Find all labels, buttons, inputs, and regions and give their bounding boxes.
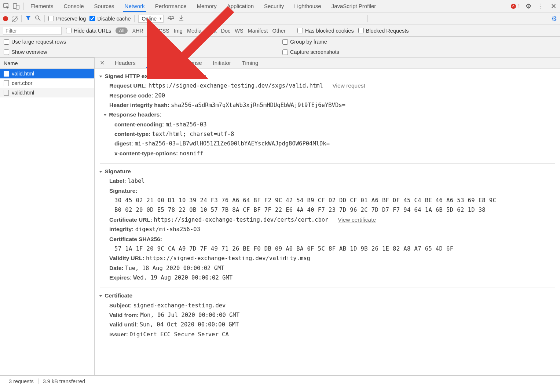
tab-network[interactable]: Network (123, 1, 146, 12)
filter-toggle-icon[interactable] (25, 15, 31, 22)
capture-screenshots-input[interactable] (282, 49, 288, 55)
filter-type-doc[interactable]: Doc (221, 28, 230, 34)
filter-type-other[interactable]: Other (272, 28, 285, 34)
view-certificate-link[interactable]: View certificate (338, 217, 376, 223)
hide-data-urls-input[interactable] (66, 28, 72, 33)
use-large-rows-input[interactable] (4, 39, 9, 45)
filter-type-xhr[interactable]: XHR (132, 28, 143, 34)
cert-validuntil-k: Valid until: (109, 321, 138, 328)
requests-header-name[interactable]: Name (0, 58, 94, 69)
learn-more-link[interactable]: Learn more (177, 73, 206, 79)
filter-type-all[interactable]: All (116, 27, 128, 34)
cert-subject-k: Subject: (109, 302, 132, 308)
import-har-icon[interactable] (178, 15, 184, 22)
sig-validity-v: https://signed-exchange-testing.dev/vali… (146, 255, 310, 262)
search-icon[interactable] (35, 15, 41, 22)
tab-elements[interactable]: Elements (29, 1, 55, 12)
blocked-requests-input[interactable] (358, 28, 364, 33)
status-requests: 3 requests (4, 378, 38, 384)
close-detail-icon[interactable]: ✕ (100, 59, 105, 66)
main-tabs: Elements Console Sources Network Perform… (29, 1, 510, 12)
filter-type-js[interactable]: JS (148, 28, 154, 34)
section-signature-header[interactable]: Signature (100, 167, 555, 176)
more-menu-icon[interactable]: ⋮ (537, 2, 545, 11)
tab-memory[interactable]: Memory (195, 1, 218, 12)
network-toolbar: Preserve log Disable cache Online ⚙ (0, 12, 560, 25)
device-toolbar-icon[interactable] (12, 2, 21, 11)
devtools-tabbar: Elements Console Sources Network Perform… (0, 0, 560, 12)
filter-type-manifest[interactable]: Manifest (248, 28, 268, 34)
request-row[interactable]: cert.cbor (0, 78, 94, 88)
preserve-log-checkbox[interactable]: Preserve log (48, 16, 86, 22)
detail-tab-preview[interactable]: Preview (146, 58, 167, 68)
filter-type-css[interactable]: CSS (158, 28, 169, 34)
detail-tabs: ✕ Headers Preview Response Initiator Tim… (95, 58, 560, 69)
capture-screenshots-label: Capture screenshots (290, 49, 339, 55)
has-blocked-cookies-checkbox[interactable]: Has blocked cookies (297, 28, 354, 34)
sig-label-k: Label: (109, 178, 126, 184)
disclosure-triangle-icon (104, 114, 107, 116)
error-count-badge[interactable]: 1 (511, 3, 520, 9)
capture-screenshots-checkbox[interactable]: Capture screenshots (282, 49, 339, 55)
section-sxg-header[interactable]: Signed HTTP exchange Learn more (100, 71, 555, 81)
group-by-frame-input[interactable] (282, 39, 288, 45)
cert-issuer-k: Issuer: (109, 331, 128, 337)
blocked-requests-checkbox[interactable]: Blocked Requests (358, 28, 409, 34)
filter-type-media[interactable]: Media (187, 28, 202, 34)
close-devtools-icon[interactable]: ✕ (549, 2, 558, 11)
preserve-log-input[interactable] (48, 16, 54, 21)
hdr-xcto-k: x-content-type-options: (114, 150, 178, 156)
hdr-content-encoding-k: content-encoding: (114, 121, 164, 127)
network-settings-icon[interactable]: ⚙ (551, 15, 557, 23)
group-by-frame-checkbox[interactable]: Group by frame (282, 39, 327, 45)
request-row[interactable]: valid.html (0, 69, 94, 78)
view-request-link[interactable]: View request (333, 82, 365, 89)
disable-cache-label: Disable cache (97, 16, 131, 22)
offline-toggle-icon[interactable] (167, 15, 175, 22)
section-certificate-header[interactable]: Certificate (100, 291, 555, 300)
detail-tab-response[interactable]: Response (176, 58, 203, 67)
hdr-digest-v: mi-sha256-03=LB7wdlHO51Z1Ze600lbYAEYsckW… (135, 140, 330, 147)
blocked-requests-label: Blocked Requests (366, 28, 409, 34)
request-row[interactable]: valid.html (0, 88, 94, 97)
disable-cache-input[interactable] (89, 16, 95, 21)
tab-performance[interactable]: Performance (154, 1, 188, 12)
hide-data-urls-checkbox[interactable]: Hide data URLs (66, 28, 111, 34)
record-button[interactable] (3, 16, 8, 21)
use-large-rows-checkbox[interactable]: Use large request rows (4, 39, 66, 45)
detail-tab-initiator[interactable]: Initiator (212, 58, 232, 67)
has-blocked-cookies-input[interactable] (297, 28, 303, 33)
throttling-select[interactable]: Online (138, 15, 163, 23)
filter-input[interactable] (3, 27, 62, 35)
show-overview-checkbox[interactable]: Show overview (4, 49, 47, 55)
tab-lighthouse[interactable]: Lighthouse (293, 1, 322, 12)
separator (21, 15, 22, 22)
response-headers-subheader[interactable]: Response headers: (100, 110, 555, 119)
hdr-content-type-k: content-type: (114, 131, 150, 137)
error-icon (511, 4, 516, 9)
request-name: valid.html (12, 71, 34, 77)
request-url-label: Request URL: (109, 82, 147, 89)
disable-cache-checkbox[interactable]: Disable cache (89, 16, 131, 22)
filter-type-ws[interactable]: WS (235, 28, 243, 34)
tab-sources[interactable]: Sources (93, 1, 116, 12)
inspect-icon[interactable] (2, 2, 11, 11)
tab-console[interactable]: Console (62, 1, 85, 12)
sig-date-k: Date: (109, 265, 124, 271)
separator (134, 15, 135, 22)
sig-certsha-k: Certificate SHA256: (109, 236, 162, 242)
filter-type-img[interactable]: Img (174, 28, 183, 34)
tab-application[interactable]: Application (226, 1, 255, 12)
tab-security[interactable]: Security (263, 1, 285, 12)
detail-tab-headers[interactable]: Headers (114, 58, 136, 67)
filter-bar: Hide data URLs All XHR JS CSS Img Media … (0, 25, 560, 37)
show-overview-input[interactable] (4, 49, 9, 55)
error-count: 1 (517, 3, 520, 9)
tab-jsprofiler[interactable]: JavaScript Profiler (330, 1, 378, 12)
filter-type-font[interactable]: Font (206, 28, 216, 34)
svg-point-3 (36, 16, 39, 19)
hdr-xcto-v: nosniff (179, 150, 203, 157)
detail-tab-timing[interactable]: Timing (241, 58, 259, 67)
settings-gear-icon[interactable]: ⚙ (524, 2, 533, 11)
clear-button[interactable] (12, 16, 18, 22)
